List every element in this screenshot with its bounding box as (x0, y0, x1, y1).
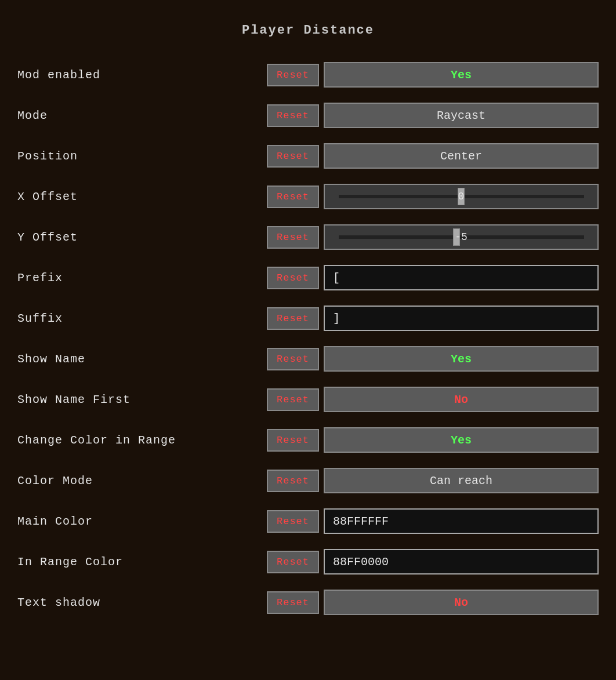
reset-button-prefix[interactable]: Reset (267, 267, 319, 289)
value-field-prefix[interactable]: [ (324, 265, 599, 290)
reset-button-mode[interactable]: Reset (267, 104, 319, 127)
reset-button-y-offset[interactable]: Reset (267, 226, 319, 249)
setting-row-prefix: PrefixReset[ (12, 258, 604, 297)
reset-button-show-name-first[interactable]: Reset (267, 388, 319, 411)
setting-row-y-offset: Y OffsetReset-5 (12, 217, 604, 257)
value-field-main-color[interactable]: 88FFFFFF (324, 508, 599, 534)
value-field-mod-enabled[interactable]: Yes (324, 62, 599, 88)
label-prefix: Prefix (17, 271, 267, 285)
setting-row-x-offset: X OffsetReset0 (12, 177, 604, 216)
value-field-text-shadow[interactable]: No (324, 590, 599, 615)
page-title: Player Distance (12, 12, 604, 55)
reset-button-change-color-in-range[interactable]: Reset (267, 429, 319, 452)
label-in-range-color: In Range Color (17, 555, 267, 569)
reset-button-mod-enabled[interactable]: Reset (267, 64, 319, 86)
setting-row-mod-enabled: Mod enabledResetYes (12, 55, 604, 94)
setting-row-in-range-color: In Range ColorReset88FF0000 (12, 542, 604, 581)
value-field-show-name-first[interactable]: No (324, 387, 599, 412)
setting-row-main-color: Main ColorReset88FFFFFF (12, 501, 604, 541)
reset-button-show-name[interactable]: Reset (267, 348, 319, 370)
label-show-name: Show Name (17, 352, 267, 366)
label-y-offset: Y Offset (17, 231, 267, 244)
slider-y-offset[interactable]: -5 (324, 224, 599, 250)
setting-row-color-mode: Color ModeResetCan reach (12, 461, 604, 500)
slider-x-offset[interactable]: 0 (324, 184, 599, 209)
value-field-suffix[interactable]: ] (324, 306, 599, 331)
value-field-position[interactable]: Center (324, 143, 599, 169)
setting-row-position: PositionResetCenter (12, 136, 604, 176)
label-suffix: Suffix (17, 312, 267, 325)
setting-row-mode: ModeResetRaycast (12, 96, 604, 135)
main-container: Player Distance Mod enabledResetYesModeR… (12, 12, 604, 668)
reset-button-x-offset[interactable]: Reset (267, 186, 319, 208)
reset-button-main-color[interactable]: Reset (267, 510, 319, 533)
label-color-mode: Color Mode (17, 474, 267, 488)
label-position: Position (17, 150, 267, 163)
label-main-color: Main Color (17, 515, 267, 528)
settings-list: Mod enabledResetYesModeResetRaycastPosit… (12, 55, 604, 622)
label-show-name-first: Show Name First (17, 393, 267, 406)
reset-button-text-shadow[interactable]: Reset (267, 591, 319, 614)
value-field-show-name[interactable]: Yes (324, 346, 599, 372)
setting-row-text-shadow: Text shadowResetNo (12, 583, 604, 622)
label-x-offset: X Offset (17, 190, 267, 203)
value-field-in-range-color[interactable]: 88FF0000 (324, 549, 599, 574)
value-field-change-color-in-range[interactable]: Yes (324, 427, 599, 453)
setting-row-suffix: SuffixReset] (12, 299, 604, 338)
reset-button-in-range-color[interactable]: Reset (267, 551, 319, 573)
reset-button-position[interactable]: Reset (267, 145, 319, 168)
setting-row-show-name: Show NameResetYes (12, 339, 604, 379)
label-mod-enabled: Mod enabled (17, 68, 267, 82)
label-text-shadow: Text shadow (17, 596, 267, 609)
reset-button-color-mode[interactable]: Reset (267, 470, 319, 492)
value-field-mode[interactable]: Raycast (324, 103, 599, 128)
setting-row-show-name-first: Show Name FirstResetNo (12, 380, 604, 419)
label-mode: Mode (17, 109, 267, 122)
reset-button-suffix[interactable]: Reset (267, 307, 319, 330)
setting-row-change-color-in-range: Change Color in RangeResetYes (12, 420, 604, 460)
label-change-color-in-range: Change Color in Range (17, 434, 267, 447)
value-field-color-mode[interactable]: Can reach (324, 468, 599, 493)
